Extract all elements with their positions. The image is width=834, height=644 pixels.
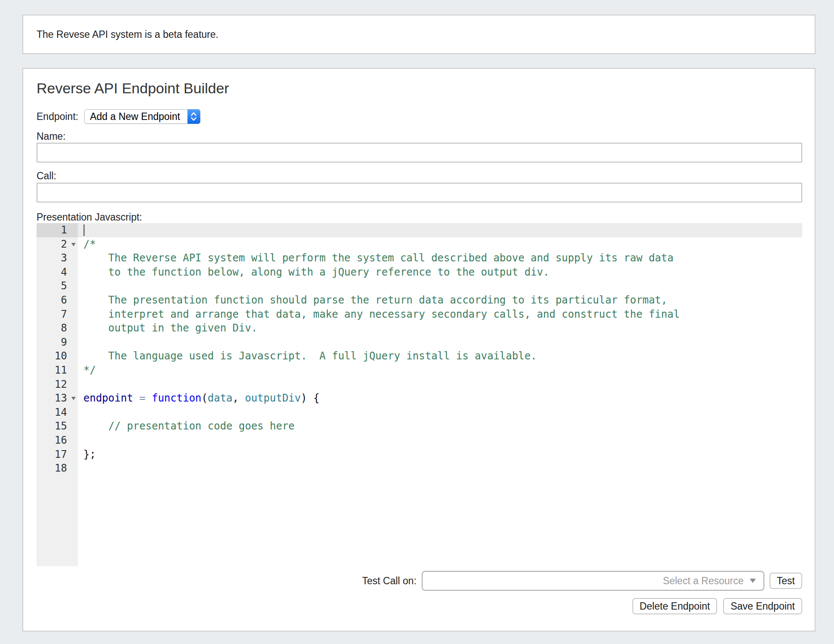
- endpoint-builder-panel: Reverse API Endpoint Builder Endpoint: A…: [22, 68, 816, 632]
- dropdown-arrow-icon: [750, 579, 756, 583]
- code-line[interactable]: The Reverse API system will perform the …: [78, 251, 802, 265]
- gutter-line-number: 13: [37, 391, 78, 405]
- gutter-line-number: 2: [37, 237, 78, 251]
- resource-select-value: Select a Resource: [663, 575, 744, 587]
- gutter-line-number: 17: [37, 448, 78, 462]
- endpoint-label: Endpoint:: [37, 111, 78, 123]
- gutter-line-number: 4: [37, 265, 78, 279]
- code-line[interactable]: [78, 433, 802, 448]
- code-line[interactable]: to the function below, along with a jQue…: [78, 265, 802, 279]
- test-row: Test Call on: Select a Resource Test: [37, 571, 802, 591]
- code-line[interactable]: [78, 461, 802, 475]
- endpoint-select[interactable]: Add a New Endpoint: [84, 109, 200, 124]
- gutter-line-number: 16: [37, 433, 78, 448]
- code-line[interactable]: endpoint = function(data, outputDiv) {: [78, 391, 802, 405]
- endpoint-select-value: Add a New Endpoint: [85, 111, 200, 123]
- gutter-line-number: 5: [37, 279, 78, 293]
- gutter-line-number: 12: [37, 377, 78, 392]
- code-line[interactable]: The presentation function should parse t…: [78, 293, 802, 307]
- gutter-line-number: 8: [37, 321, 78, 335]
- editor-content[interactable]: /* The Reverse API system will perform t…: [78, 223, 802, 566]
- delete-endpoint-button[interactable]: Delete Endpoint: [632, 598, 717, 614]
- text-cursor: [83, 224, 85, 236]
- resource-select[interactable]: Select a Resource: [422, 571, 764, 591]
- beta-banner-text: The Revese API system is a beta feature.: [23, 29, 218, 40]
- code-line[interactable]: output in the given Div.: [78, 321, 802, 335]
- editor-gutter: 123456789101112131415161718: [37, 223, 78, 566]
- test-call-label: Test Call on:: [362, 575, 417, 587]
- fold-arrow-icon[interactable]: [71, 243, 76, 246]
- page-title: Reverse API Endpoint Builder: [37, 80, 229, 97]
- code-line[interactable]: [78, 405, 802, 420]
- gutter-line-number: 15: [37, 419, 78, 433]
- gutter-line-number: 6: [37, 293, 78, 307]
- gutter-line-number: 11: [37, 363, 78, 377]
- code-line[interactable]: */: [78, 363, 802, 377]
- test-button[interactable]: Test: [770, 573, 802, 589]
- name-input[interactable]: [37, 143, 802, 163]
- code-line[interactable]: };: [78, 448, 802, 462]
- presentation-javascript-label: Presentation Javascript:: [37, 212, 142, 223]
- call-input[interactable]: [37, 183, 802, 202]
- code-editor[interactable]: 123456789101112131415161718 /* The Rever…: [37, 223, 802, 566]
- code-line[interactable]: interpret and arrange that data, make an…: [78, 307, 802, 322]
- call-label: Call:: [37, 170, 56, 182]
- gutter-line-number: 18: [37, 461, 78, 475]
- code-line[interactable]: /*: [78, 237, 802, 251]
- save-endpoint-button[interactable]: Save Endpoint: [723, 598, 802, 614]
- gutter-line-number: 9: [37, 335, 78, 350]
- gutter-line-number: 14: [37, 405, 78, 420]
- code-line[interactable]: [78, 279, 802, 293]
- gutter-line-number: 7: [37, 307, 78, 322]
- select-stepper-icon: [187, 109, 200, 124]
- gutter-line-number: 10: [37, 349, 78, 363]
- gutter-line-number: 3: [37, 251, 78, 265]
- beta-banner: The Revese API system is a beta feature.: [22, 15, 816, 54]
- name-label: Name:: [37, 131, 66, 142]
- code-line[interactable]: The language used is Javascript. A full …: [78, 349, 802, 363]
- fold-arrow-icon[interactable]: [71, 397, 76, 400]
- code-line[interactable]: [78, 223, 802, 237]
- actions-row: Delete Endpoint Save Endpoint: [37, 598, 802, 614]
- code-line[interactable]: [78, 377, 802, 392]
- code-line[interactable]: // presentation code goes here: [78, 419, 802, 433]
- gutter-line-number: 1: [37, 223, 78, 237]
- endpoint-row: Endpoint: Add a New Endpoint: [37, 109, 200, 124]
- code-line[interactable]: [78, 335, 802, 350]
